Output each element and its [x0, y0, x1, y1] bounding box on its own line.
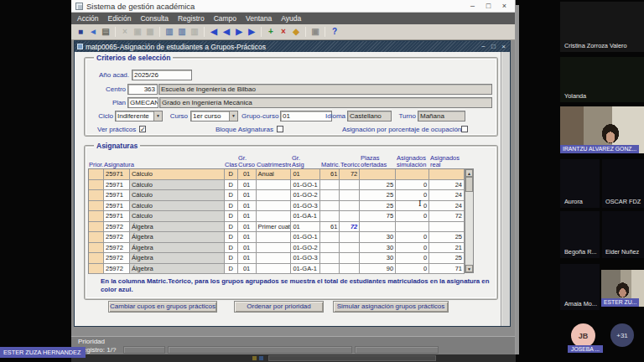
table-cell[interactable]: 25: [429, 253, 465, 264]
table-cell[interactable]: 90: [360, 264, 396, 275]
table-cell[interactable]: 01: [238, 264, 257, 275]
table-cell[interactable]: [89, 243, 104, 254]
table-cell[interactable]: [257, 211, 292, 222]
ver-practicos-checkbox[interactable]: ✓: [139, 126, 146, 132]
participant-tile[interactable]: Yolanda: [560, 57, 644, 102]
table-cell[interactable]: 75: [360, 211, 396, 222]
table-scrollbar[interactable]: ▲ ▼: [465, 168, 474, 273]
table-cell[interactable]: Cálculo: [130, 211, 225, 222]
table-cell[interactable]: D: [225, 243, 238, 254]
close-button[interactable]: ×: [498, 1, 511, 12]
table-cell[interactable]: 61: [320, 222, 340, 233]
table-cell[interactable]: [257, 201, 292, 212]
table-cell[interactable]: 25: [360, 190, 396, 201]
menu-consulta[interactable]: Consulta: [140, 14, 169, 23]
table-cell[interactable]: [360, 222, 396, 233]
table-cell[interactable]: [396, 222, 429, 233]
taskbar-app-button[interactable]: [268, 355, 436, 361]
table-cell[interactable]: [340, 264, 360, 275]
table-cell[interactable]: 01: [238, 232, 257, 243]
table-cell[interactable]: [89, 211, 104, 222]
asig-pct-checkbox[interactable]: [461, 126, 468, 132]
menu-campo[interactable]: Campo: [214, 14, 236, 23]
menu-edicion[interactable]: Edición: [108, 14, 132, 23]
form-scrollbar[interactable]: [501, 52, 510, 326]
table-cell[interactable]: [340, 232, 360, 243]
table-cell[interactable]: 01: [238, 190, 257, 201]
table-cell[interactable]: 24: [429, 190, 465, 201]
table-cell[interactable]: 01-GO-3: [291, 201, 320, 212]
table-cell[interactable]: [89, 169, 104, 180]
table-cell[interactable]: [89, 201, 104, 212]
table-cell[interactable]: D: [225, 222, 238, 233]
table-cell[interactable]: 01-GO-3: [291, 253, 320, 264]
table-cell[interactable]: Álgebra: [130, 222, 225, 233]
table-cell[interactable]: [89, 222, 104, 233]
table-cell[interactable]: [89, 264, 104, 275]
table-cell[interactable]: [89, 232, 104, 243]
table-cell[interactable]: 01: [238, 180, 257, 191]
table-cell[interactable]: 01: [291, 222, 320, 233]
table-cell[interactable]: [320, 190, 340, 201]
table-row[interactable]: 25971CálculoD01Anual016172: [89, 169, 465, 180]
table-cell[interactable]: [320, 211, 340, 222]
table-cell[interactable]: D: [225, 201, 238, 212]
menu-ayuda[interactable]: Ayuda: [281, 14, 301, 23]
table-cell[interactable]: 0: [396, 211, 429, 222]
table-cell[interactable]: [340, 211, 360, 222]
table-cell[interactable]: 25972: [104, 264, 130, 275]
table-cell[interactable]: [257, 180, 292, 191]
table-cell[interactable]: Cálculo: [130, 169, 225, 180]
table-cell[interactable]: 30: [360, 253, 396, 264]
table-cell[interactable]: [257, 253, 292, 264]
table-cell[interactable]: 25972: [104, 253, 130, 264]
table-cell[interactable]: 25971: [104, 190, 130, 201]
participant-video-tile[interactable]: IRANTZU ALVAREZ GONZ...: [560, 106, 644, 153]
execute-query-icon[interactable]: ▥: [176, 26, 188, 38]
participant-video-tile[interactable]: ESTER ZU...: [601, 270, 644, 307]
insert-record-icon[interactable]: +: [265, 26, 277, 38]
table-cell[interactable]: 0: [396, 232, 429, 243]
participant-tile[interactable]: Aurora: [560, 159, 600, 208]
table-cell[interactable]: 25972: [104, 222, 130, 233]
table-cell[interactable]: 61: [320, 169, 340, 180]
table-cell[interactable]: [340, 180, 360, 191]
participant-tile[interactable]: Eider Nuñez: [602, 211, 644, 258]
form-minimize-icon[interactable]: −: [480, 43, 487, 50]
participant-avatar[interactable]: JB: [571, 323, 595, 348]
table-cell[interactable]: [360, 169, 396, 180]
bloque-asignaturas-checkbox[interactable]: [277, 126, 283, 132]
taskbar-icon[interactable]: [252, 356, 257, 360]
table-cell[interactable]: 25971: [104, 211, 130, 222]
table-cell[interactable]: 24: [429, 180, 465, 191]
table-cell[interactable]: Primer cuatrimestre: [257, 222, 292, 233]
table-cell[interactable]: [340, 253, 360, 264]
table-cell[interactable]: 01: [238, 253, 257, 264]
menu-registro[interactable]: Registro: [178, 14, 205, 23]
form-close-icon[interactable]: ×: [500, 43, 507, 50]
table-cell[interactable]: 0: [396, 201, 429, 212]
table-cell[interactable]: 72: [429, 211, 465, 222]
table-cell[interactable]: [320, 201, 340, 212]
table-cell[interactable]: [320, 180, 340, 191]
table-cell[interactable]: 72: [340, 169, 360, 180]
table-cell[interactable]: D: [225, 169, 238, 180]
table-cell[interactable]: 01: [238, 243, 257, 254]
table-cell[interactable]: Álgebra: [130, 264, 225, 275]
last-record-icon[interactable]: ▶: [246, 26, 257, 38]
participant-tile[interactable]: Amaia Mo...: [560, 264, 600, 310]
table-cell[interactable]: 01: [291, 169, 320, 180]
plan-code-field[interactable]: GMECAN30: [127, 97, 158, 108]
table-cell[interactable]: [429, 222, 465, 233]
table-cell[interactable]: [89, 253, 104, 264]
curso-dropdown-icon[interactable]: ▼: [229, 111, 237, 121]
paste-icon[interactable]: ▦: [144, 26, 156, 38]
scroll-down-icon[interactable]: ▼: [465, 265, 473, 272]
table-cell[interactable]: 0: [396, 264, 429, 275]
table-cell[interactable]: D: [225, 180, 238, 191]
cambiar-cupos-button[interactable]: Cambiar cupos en grupos prácticos: [108, 301, 217, 313]
table-cell[interactable]: [340, 201, 360, 212]
table-row[interactable]: 25971CálculoD0101-GO-225024: [89, 190, 465, 201]
participant-tile[interactable]: OSCAR FDZ: [602, 159, 644, 208]
table-cell[interactable]: [89, 190, 104, 201]
